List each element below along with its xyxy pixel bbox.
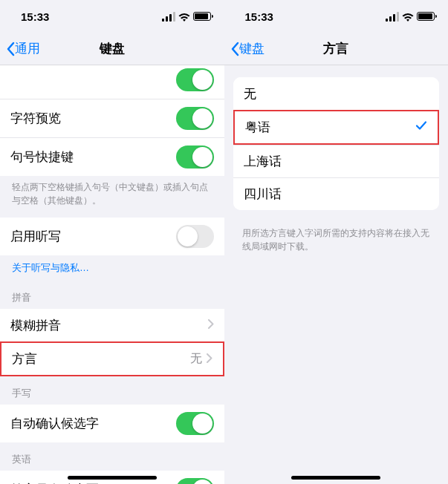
wifi-icon <box>402 12 414 21</box>
fuzzy-pinyin-label: 模糊拼音 <box>10 317 61 334</box>
char-preview-label: 字符预览 <box>10 110 61 127</box>
toggle-switch[interactable] <box>176 478 214 484</box>
row-period-shortcut[interactable]: 句号快捷键 <box>0 137 224 176</box>
option-sichuanese-label: 四川话 <box>244 186 282 203</box>
toggle-switch[interactable] <box>176 107 214 130</box>
period-shortcut-label: 句号快捷键 <box>10 148 74 166</box>
option-shanghainese-label: 上海话 <box>244 153 282 170</box>
toggle-switch[interactable] <box>176 412 214 435</box>
navigation-bar: 通用 键盘 <box>0 33 224 65</box>
cellular-icon <box>162 12 175 22</box>
page-title: 方言 <box>323 40 348 57</box>
page-title: 键盘 <box>100 40 125 57</box>
chevron-left-icon <box>6 42 15 56</box>
option-cantonese[interactable]: 粤语 <box>233 110 440 145</box>
row-fuzzy-pinyin[interactable]: 模糊拼音 <box>0 309 224 341</box>
row-auto-confirm[interactable]: 自动确认候选字 <box>0 405 224 442</box>
status-time: 15:33 <box>21 10 49 23</box>
chevron-right-icon <box>208 318 214 332</box>
back-button[interactable]: 键盘 <box>230 40 264 57</box>
footer-period-help: 轻点两下空格键插入句号（中文键盘）或插入句点与空格（其他键盘）。 <box>0 176 224 218</box>
row-enable-dictation[interactable]: 启用听写 <box>0 218 224 255</box>
home-indicator <box>68 476 157 480</box>
option-sichuanese[interactable]: 四川话 <box>233 177 440 210</box>
status-indicators <box>386 12 435 22</box>
toggle-switch[interactable] <box>176 145 214 169</box>
back-button[interactable]: 通用 <box>6 40 40 57</box>
option-none[interactable]: 无 <box>233 77 440 110</box>
status-bar: 15:33 <box>0 0 224 33</box>
auto-cap-label: 首字母自动大写 <box>10 481 99 484</box>
home-indicator <box>291 476 380 480</box>
dictation-privacy-link[interactable]: 关于听写与隐私… <box>0 255 224 281</box>
header-english: 英语 <box>0 442 224 471</box>
enable-dictation-label: 启用听写 <box>10 228 61 245</box>
cellular-icon <box>386 12 399 22</box>
battery-icon <box>417 12 435 21</box>
navigation-bar: 键盘 方言 <box>224 33 449 65</box>
row-partial[interactable] <box>0 65 224 99</box>
dialect-label: 方言 <box>12 350 37 367</box>
header-pinyin: 拼音 <box>0 281 224 309</box>
option-cantonese-label: 粤语 <box>245 119 270 136</box>
option-none-label: 无 <box>244 85 256 102</box>
chevron-left-icon <box>230 42 239 56</box>
auto-confirm-label: 自动确认候选字 <box>10 415 99 432</box>
checkmark-icon <box>415 120 427 135</box>
toggle-switch[interactable] <box>176 68 214 91</box>
option-shanghainese[interactable]: 上海话 <box>233 145 440 177</box>
toggle-switch[interactable] <box>176 225 214 248</box>
chevron-right-icon <box>207 353 212 366</box>
header-handwriting: 手写 <box>0 376 224 405</box>
back-label: 通用 <box>15 40 40 57</box>
dialect-value: 无 <box>190 351 202 367</box>
status-indicators <box>162 12 211 22</box>
row-dialect[interactable]: 方言 无 <box>0 341 224 376</box>
status-time: 15:33 <box>245 10 273 23</box>
battery-icon <box>193 12 211 21</box>
footer-dialect-help: 用所选方言键入字词所需的支持内容将在接入无线局域网时下载。 <box>224 222 449 264</box>
status-bar: 15:33 <box>224 0 449 33</box>
back-label: 键盘 <box>239 40 264 57</box>
row-char-preview[interactable]: 字符预览 <box>0 99 224 137</box>
wifi-icon <box>178 12 190 21</box>
